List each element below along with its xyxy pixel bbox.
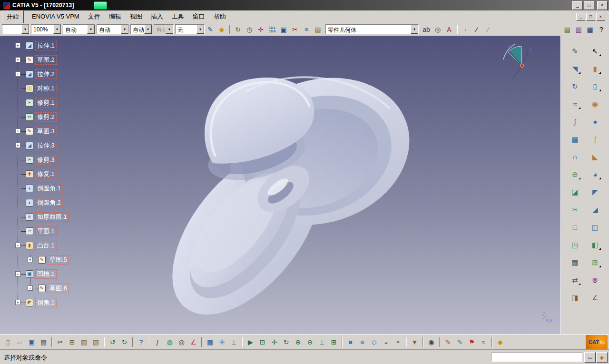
menu-item-start[interactable]: 开始 <box>2 10 24 23</box>
open-icon[interactable]: ▱ <box>14 336 26 348</box>
tree-item[interactable]: +◤倒角.1 <box>13 295 132 310</box>
formula-icon[interactable]: ƒ <box>152 336 164 348</box>
view-compass[interactable]: z y <box>503 43 532 79</box>
boundary-icon[interactable]: □ <box>569 221 581 233</box>
dimension-display-icon[interactable]: 10.110.0 <box>266 24 278 35</box>
linetype-combo[interactable]: 无▼ <box>175 24 205 34</box>
graphic-style-combo-arrow[interactable]: ▼ <box>21 25 29 34</box>
tree-item-label[interactable]: 拉伸.3 <box>35 141 57 150</box>
measure-icon[interactable]: ∠ <box>187 336 199 348</box>
pen-blue-icon[interactable]: ✎ <box>454 336 466 348</box>
cut-icon[interactable]: ✂ <box>54 336 66 348</box>
copy-icon[interactable]: ⊞ <box>66 336 78 348</box>
paste-icon[interactable]: ▨ <box>78 336 90 348</box>
swap-space-icon[interactable]: ◓ <box>392 336 404 348</box>
boolean-icon[interactable]: ⊗ <box>589 274 601 285</box>
tree-item[interactable]: +◢拉伸.1 <box>13 39 132 53</box>
tree-item[interactable]: +◢拉伸.2 <box>13 67 132 81</box>
menu-item-tools[interactable]: 工具 <box>167 11 188 23</box>
close-button[interactable]: × <box>597 1 608 10</box>
undo-icon[interactable]: ↺ <box>107 336 118 348</box>
catalog-green-icon[interactable]: ▤ <box>561 24 573 35</box>
menu-item-enovia-v5-vpm[interactable]: ENOVIA V5 VPM <box>28 11 84 22</box>
tree-item-label[interactable]: 倒圆角.1 <box>35 184 63 193</box>
menu-item-file[interactable]: 文件 <box>84 11 105 23</box>
shaft-icon[interactable]: ◉ <box>589 98 601 109</box>
stiffener-icon[interactable]: ◣ <box>589 151 601 162</box>
snap-icon[interactable]: ✛ <box>216 336 228 348</box>
menu-item-help[interactable]: 帮助 <box>209 11 230 23</box>
tree-expand-plus[interactable]: + <box>15 300 20 305</box>
tree-item-label[interactable]: 对称.1 <box>35 84 57 93</box>
tree-item-label[interactable]: 凸台.1 <box>35 241 57 250</box>
draft-icon[interactable]: ◢ <box>589 204 601 215</box>
zoom-text-icon[interactable]: ◎ <box>432 24 443 35</box>
blend-surface-icon[interactable]: ∩ <box>569 151 581 162</box>
tree-expand-plus[interactable]: + <box>15 57 20 62</box>
tree-item[interactable]: ✂修剪.3 <box>13 153 132 167</box>
catalog-purple-icon[interactable]: ▥ <box>573 24 584 35</box>
tree-item-label[interactable]: 倒圆角.2 <box>35 198 63 207</box>
tree-item[interactable]: ◫对称.1 <box>13 81 132 96</box>
tree-item-label[interactable]: 草图.2 <box>35 55 57 65</box>
point-tool-icon[interactable]: · <box>460 24 471 35</box>
tree-item[interactable]: −▣凹槽.1 <box>13 267 132 281</box>
normal-view-icon[interactable]: ⊥ <box>316 336 328 348</box>
comment-icon[interactable]: ◍ <box>164 336 176 348</box>
tree-item[interactable]: ◗倒圆角.2 <box>13 196 132 210</box>
tree-item-label[interactable]: 草图.3 <box>35 127 57 136</box>
grid-icon[interactable]: ▦ <box>204 336 216 348</box>
tree-item[interactable]: ✂修剪.2 <box>13 110 132 124</box>
pad-icon[interactable]: ▮ <box>589 63 601 74</box>
fit-all-icon[interactable]: ⊡ <box>256 336 268 348</box>
knife-icon[interactable]: ✂ <box>289 24 301 35</box>
auto-combo-4-arrow[interactable]: ▼ <box>166 25 173 34</box>
tree-expand-minus[interactable]: − <box>15 271 20 276</box>
3d-model[interactable] <box>144 55 429 334</box>
tree-item-label[interactable]: 倒角.1 <box>35 298 57 307</box>
catia-app-icon[interactable] <box>2 1 10 10</box>
grid-tool-icon[interactable]: ▦ <box>569 256 581 268</box>
tree-item[interactable]: +✎草图.5 <box>13 253 132 267</box>
axis-origin-icon[interactable]: ⊥ <box>228 336 240 348</box>
compass-manipulation-dot[interactable] <box>521 64 524 68</box>
clock-icon[interactable]: ◷ <box>244 24 255 35</box>
axis-system-icon[interactable]: ✛ <box>255 24 266 35</box>
tree-item-label[interactable]: 平面.1 <box>35 226 57 236</box>
tree-item[interactable]: ✚修复.1 <box>13 167 132 181</box>
search-icon[interactable]: ◎ <box>176 336 187 348</box>
paint-style-icon[interactable]: ◆ <box>216 24 227 35</box>
split-surface-icon[interactable]: ◪ <box>569 186 581 197</box>
tree-item[interactable]: ▱平面.1 <box>13 224 132 238</box>
shading-edges-icon[interactable]: ■ <box>356 336 368 348</box>
tree-item[interactable]: +◢拉伸.3 <box>13 138 132 153</box>
zoom-combo-arrow[interactable]: ▼ <box>53 25 61 34</box>
translate-tool-icon[interactable]: ⇄ <box>569 274 581 285</box>
mirror-icon[interactable]: ◧ <box>589 239 601 250</box>
update-icon[interactable]: ↻ <box>232 24 244 35</box>
tree-item-label[interactable]: 草图.6 <box>48 284 69 293</box>
tree-item[interactable]: +✎草图.3 <box>13 124 132 138</box>
menu-item-view[interactable]: 视图 <box>126 11 147 23</box>
extrude-surface-icon[interactable]: ◥ <box>569 63 581 74</box>
auto-combo-3-arrow[interactable]: ▼ <box>144 25 152 34</box>
minimize-button[interactable]: _ <box>572 1 583 10</box>
auto-combo-3[interactable]: 自动▼ <box>130 24 152 34</box>
paste-special-icon[interactable]: ▧ <box>90 336 102 348</box>
tree-item-label[interactable]: 凹槽.1 <box>35 269 57 279</box>
flag-icon[interactable]: ⚑ <box>466 336 478 348</box>
extract-icon[interactable]: ◳ <box>569 239 581 250</box>
catalog-icon[interactable]: ▼ <box>409 336 421 348</box>
wireframe-icon[interactable]: ◇ <box>368 336 380 348</box>
plane-tool-icon[interactable]: ∕ <box>482 24 494 35</box>
menu-item-insert[interactable]: 插入 <box>147 11 167 23</box>
trim-surface-icon[interactable]: ✂ <box>569 204 581 215</box>
pan-icon[interactable]: ✛ <box>268 336 280 348</box>
auto-combo-2-arrow[interactable]: ▼ <box>121 25 128 34</box>
tree-item-label[interactable]: 修剪.1 <box>35 98 57 108</box>
spellcheck-icon[interactable]: ab <box>421 24 432 35</box>
menu-item-window[interactable]: 窗口 <box>188 11 209 23</box>
pen-style-icon[interactable]: ✎ <box>205 24 216 35</box>
part-body-combo[interactable]: 零件几何体 ▼ <box>325 24 419 34</box>
zoom-in-icon[interactable]: ⊕ <box>292 336 304 348</box>
